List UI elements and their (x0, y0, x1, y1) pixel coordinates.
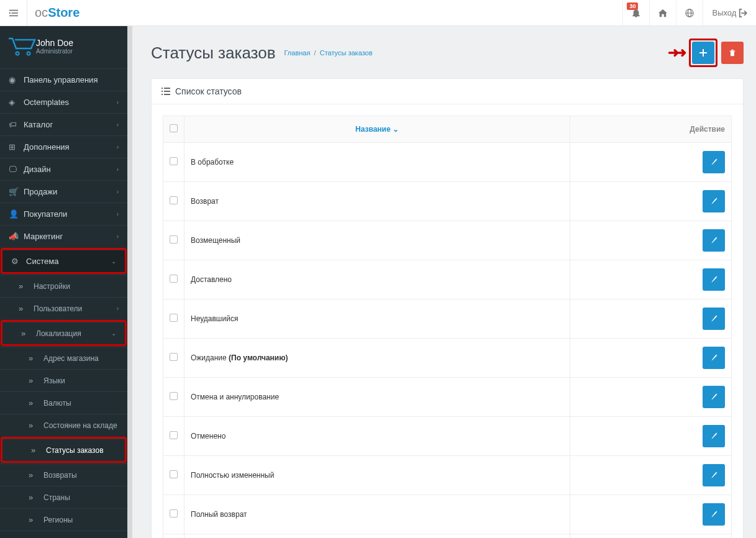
angle-icon: » (29, 515, 40, 524)
pencil-icon (710, 315, 717, 322)
chevron-right-icon: › (117, 188, 119, 195)
table-row: Возмещенный (163, 221, 732, 260)
sidebar-item-currencies[interactable]: »Валюты (0, 391, 127, 414)
row-checkbox[interactable] (170, 353, 178, 361)
sidebar-item-system[interactable]: ⚙Система⌄ (2, 250, 125, 272)
sidebar-item-regions[interactable]: »Регионы (0, 508, 127, 531)
angle-icon: » (29, 376, 40, 385)
user-profile[interactable]: John Doe Administrator (0, 26, 127, 68)
sidebar-item-customers[interactable]: 👤Покупатели› (0, 203, 127, 225)
sidebar-item-geo-zones[interactable]: »Географические зоны (0, 531, 127, 538)
edit-button[interactable] (703, 503, 725, 526)
sidebar-item-order-statuses[interactable]: »Статусы заказов (2, 439, 125, 461)
sidebar-item-octemplates[interactable]: ◈Octemplates› (0, 91, 127, 113)
sidebar-item-extensions[interactable]: ⊞Дополнения› (0, 135, 127, 158)
cart-icon: 🛒 (9, 187, 20, 196)
add-button[interactable] (692, 42, 714, 64)
sort-down-icon: ⌄ (393, 125, 399, 134)
angle-icon: » (29, 398, 40, 408)
angle-icon: » (19, 281, 30, 291)
sidebar-item-users[interactable]: »Пользователи› (0, 297, 127, 319)
svg-rect-2 (9, 15, 18, 16)
sidebar-item-returns[interactable]: »Возвраты (0, 463, 127, 486)
main-content: Статусы заказов Главная / Статусы заказо… (132, 26, 756, 538)
edit-button[interactable] (703, 268, 725, 291)
list-icon (162, 87, 170, 96)
sort-name-link[interactable]: Название ⌄ (355, 125, 399, 134)
angle-icon: » (29, 353, 40, 363)
desktop-icon: 🖵 (9, 165, 20, 174)
table-row: Полностью измененный (163, 456, 732, 495)
sidebar-item-design[interactable]: 🖵Дизайн› (0, 158, 127, 180)
store-logo[interactable]: ocStore (27, 6, 87, 20)
svg-rect-19 (164, 94, 170, 95)
pencil-icon (710, 198, 717, 205)
edit-button[interactable] (703, 190, 725, 212)
edit-button[interactable] (703, 386, 725, 408)
home-button[interactable] (649, 0, 676, 25)
table-row: Ожидание (По умолчанию) (163, 339, 732, 378)
chevron-right-icon: › (117, 211, 119, 217)
row-checkbox[interactable] (170, 196, 178, 204)
globe-icon (685, 9, 694, 17)
sidebar-item-localization[interactable]: »Локализация⌄ (2, 322, 125, 344)
sidebar-item-sales[interactable]: 🛒Продажи› (0, 180, 127, 203)
sidebar-item-dashboard[interactable]: ◉Панель управления (0, 68, 127, 91)
table-row: В обработке (163, 143, 732, 182)
chevron-right-icon: › (117, 305, 119, 312)
row-name-cell: В обработке (184, 143, 570, 182)
pencil-icon (710, 237, 717, 244)
page-header: Статусы заказов Главная / Статусы заказо… (151, 39, 744, 67)
sidebar-item-stock-statuses[interactable]: »Состояние на складе (0, 414, 127, 436)
row-checkbox[interactable] (170, 392, 178, 400)
row-checkbox[interactable] (170, 509, 178, 517)
chevron-down-icon: ⌄ (111, 330, 116, 337)
row-checkbox[interactable] (170, 275, 178, 283)
logo-accent: Store (48, 6, 80, 19)
sidebar-item-marketing[interactable]: 📣Маркетинг› (0, 225, 127, 247)
angle-icon: » (29, 470, 40, 480)
edit-button[interactable] (703, 464, 725, 486)
notification-badge: 30 (627, 2, 638, 10)
pencil-icon (710, 158, 717, 166)
storefront-button[interactable] (676, 0, 703, 25)
table-row: Доставлено (163, 260, 732, 299)
tag-icon: 🏷 (9, 120, 20, 129)
logout-label: Выход (712, 8, 736, 17)
sidebar-scrollbar[interactable] (127, 26, 132, 538)
system-submenu: »Настройки »Пользователи› »Локализация⌄ … (0, 275, 127, 538)
breadcrumb-current[interactable]: Статусы заказов (320, 49, 373, 57)
share-icon: 📣 (9, 232, 20, 241)
select-all-checkbox[interactable] (170, 124, 178, 132)
breadcrumb-home[interactable]: Главная (285, 49, 311, 57)
row-checkbox[interactable] (170, 470, 178, 478)
row-name-cell: Возмещенный (184, 221, 570, 260)
edit-button[interactable] (703, 308, 725, 330)
plus-icon (699, 49, 707, 57)
edit-button[interactable] (703, 425, 725, 447)
edit-button[interactable] (703, 229, 725, 252)
sidebar-item-settings[interactable]: »Настройки (0, 275, 127, 297)
row-checkbox[interactable] (170, 157, 178, 165)
sidebar-item-countries[interactable]: »Страны (0, 486, 127, 508)
edit-button[interactable] (703, 151, 725, 173)
logo-prefix: oc (35, 6, 48, 19)
sidebar-item-languages[interactable]: »Языки (0, 369, 127, 391)
svg-point-7 (16, 52, 19, 55)
row-checkbox[interactable] (170, 235, 178, 244)
row-checkbox[interactable] (170, 314, 178, 322)
notifications-button[interactable]: 30 (622, 0, 649, 25)
logout-button[interactable]: Выход (703, 0, 756, 25)
sidebar-item-catalog[interactable]: 🏷Каталог› (0, 113, 127, 135)
chevron-down-icon: ⌄ (111, 258, 116, 265)
svg-rect-10 (699, 52, 707, 53)
sidebar-toggle[interactable] (0, 0, 27, 26)
row-name-cell: Сделка завершена (184, 534, 570, 539)
delete-button[interactable] (721, 42, 744, 64)
chevron-right-icon: › (117, 166, 119, 173)
row-checkbox[interactable] (170, 431, 178, 439)
sidebar-item-store-address[interactable]: »Адрес магазина (0, 347, 127, 369)
edit-button[interactable] (703, 347, 725, 369)
table-row: Неудавшийся (163, 299, 732, 339)
dashboard-icon: ◉ (9, 75, 20, 84)
